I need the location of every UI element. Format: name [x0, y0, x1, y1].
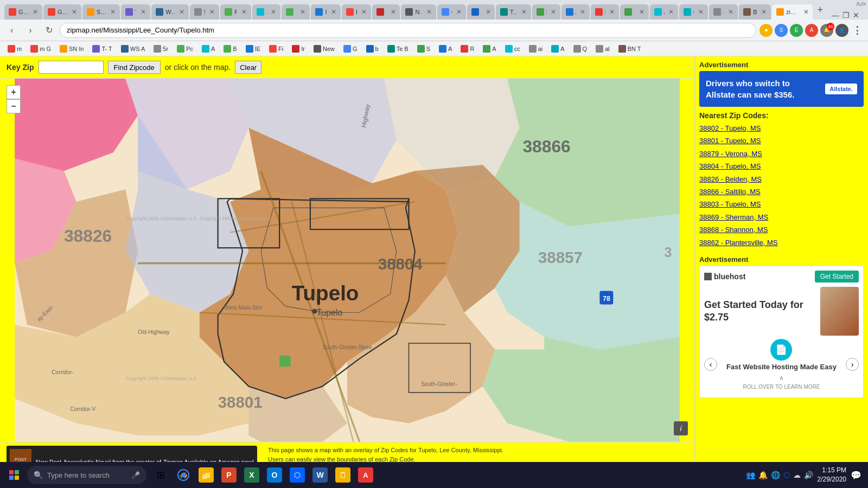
speaker-icon[interactable]: 🔊: [804, 471, 813, 479]
dropbox-tray-icon[interactable]: ⬡: [783, 471, 790, 479]
zoom-in-button[interactable]: +: [7, 85, 21, 99]
browser-tab[interactable]: Fi ✕: [342, 4, 371, 20]
bluehost-ad[interactable]: Ad▾ bluehost Get Started Get Started To: [699, 266, 864, 398]
info-button[interactable]: i: [674, 421, 688, 435]
profile-sync-icon[interactable]: S: [775, 24, 788, 37]
tab-close-button[interactable]: ✕: [271, 8, 276, 16]
taskbar-sticky-notes[interactable]: 🗒: [332, 463, 354, 487]
notification-icon[interactable]: 🔔 46: [820, 24, 833, 37]
tab-close-button[interactable]: ✕: [141, 8, 146, 16]
bookmark-item[interactable]: 5r: [150, 44, 171, 54]
action-center-icon[interactable]: 💬: [851, 470, 861, 480]
tab-close-button[interactable]: ✕: [698, 8, 704, 16]
bookmark-item[interactable]: B: [220, 44, 240, 54]
bookmark-item[interactable]: Fi: [266, 44, 286, 54]
zip-map-svg[interactable]: 38866 38826 38804 38857 38801 Tupelo Tup…: [0, 79, 694, 442]
tab-close-button[interactable]: ✕: [580, 8, 585, 16]
bookmark-item[interactable]: Te B: [384, 44, 412, 54]
notification-tray-icon[interactable]: 🔔: [758, 471, 768, 479]
browser-tab[interactable]: New ✕: [401, 4, 436, 20]
bookmark-item[interactable]: b: [363, 44, 382, 54]
browser-tab[interactable]: 5r ✕: [190, 4, 219, 20]
zip-code-link[interactable]: 38826 - Belden, MS: [699, 173, 864, 185]
tab-close-button[interactable]: ✕: [179, 8, 184, 16]
zip-code-link[interactable]: 38862 - Plantersville, MS: [699, 236, 864, 249]
browser-tab[interactable]: A ✕: [650, 4, 678, 20]
browser-tab[interactable]: G ✕: [437, 4, 466, 20]
taskbar-excel[interactable]: X: [241, 463, 263, 487]
browser-tab[interactable]: Ir ✕: [372, 4, 400, 20]
reload-button[interactable]: ↻: [41, 23, 56, 38]
zoom-out-button[interactable]: −: [7, 99, 21, 113]
people-icon[interactable]: 👥: [746, 471, 755, 479]
tab-close-button[interactable]: ✕: [300, 8, 305, 16]
tab-close-button[interactable]: ✕: [521, 8, 527, 16]
browser-tab[interactable]: Te B ✕: [496, 4, 531, 20]
cloud-icon[interactable]: ☁: [793, 471, 801, 479]
bookmark-item[interactable]: m: [4, 44, 25, 54]
taskbar-powerpoint[interactable]: P: [218, 463, 240, 487]
tab-close-button[interactable]: ✕: [426, 8, 432, 16]
browser-tab[interactable]: A ✕: [620, 4, 648, 20]
browser-tab[interactable]: T- ✕: [121, 4, 150, 20]
tab-close-button[interactable]: ✕: [668, 8, 674, 16]
bookmark-icon[interactable]: ★: [760, 24, 773, 37]
taskbar-task-view[interactable]: ⊞: [150, 463, 171, 487]
taskbar-chrome[interactable]: [173, 463, 194, 487]
bookmark-item[interactable]: SN In: [56, 44, 87, 54]
bookmark-item[interactable]: G: [340, 44, 361, 54]
bookmark-item[interactable]: Ir: [289, 44, 308, 54]
bookmark-item[interactable]: Q: [570, 44, 591, 54]
clear-button[interactable]: Clear: [235, 61, 261, 74]
zip-code-link[interactable]: 38804 - Tupelo, MS: [699, 160, 864, 172]
bookmark-item[interactable]: S: [414, 44, 433, 54]
address-bar[interactable]: [60, 23, 756, 38]
map-area[interactable]: 38866 38826 38804 38857 38801 Tupelo Tup…: [0, 79, 694, 442]
maximize-button[interactable]: ❐: [843, 11, 850, 20]
bookmark-item[interactable]: IE: [242, 44, 264, 54]
bookmark-item[interactable]: m G: [27, 44, 54, 54]
zip-code-link[interactable]: 38802 - Tupelo, MS: [699, 122, 864, 134]
user-avatar[interactable]: 👤: [835, 24, 848, 37]
zip-code-link[interactable]: 38879 - Verona, MS: [699, 147, 864, 160]
bookmark-item[interactable]: A: [436, 44, 455, 54]
tab-close-button[interactable]: ✕: [761, 8, 767, 16]
bluehost-learn-more[interactable]: ROLL OVER TO LEARN MORE: [743, 384, 820, 390]
browser-tab[interactable]: R ✕: [591, 4, 620, 20]
bookmark-item[interactable]: New: [310, 44, 338, 54]
browser-tab[interactable]: WS A ✕: [151, 4, 189, 20]
browser-tab[interactable]: Gmail ✕: [4, 4, 42, 20]
browser-tab[interactable]: SN In ✕: [82, 4, 120, 20]
tab-close-button[interactable]: ✕: [110, 8, 116, 16]
zip-code-link[interactable]: 38801 - Tupelo, MS: [699, 134, 864, 147]
tab-close-button[interactable]: ✕: [391, 8, 396, 16]
bookmark-item[interactable]: ai: [526, 44, 546, 54]
bookmark-item[interactable]: BN T: [615, 44, 644, 54]
back-button[interactable]: ‹: [4, 23, 20, 38]
menu-button[interactable]: ⋮: [851, 24, 864, 37]
clock-display[interactable]: 1:15 PM 2/29/2020: [818, 466, 846, 484]
ad-allstate-banner[interactable]: Drivers who switch to Allstate can save …: [699, 71, 864, 107]
tab-close-button[interactable]: ✕: [361, 8, 367, 16]
acrobat-icon[interactable]: A: [805, 24, 818, 37]
zip-code-link[interactable]: 38869 - Sherman, MS: [699, 211, 864, 223]
minimize-button[interactable]: —: [832, 11, 839, 20]
tab-close-button[interactable]: ✕: [803, 8, 809, 16]
browser-tab[interactable]: b ✕: [467, 4, 495, 20]
bookmark-item[interactable]: WS A: [118, 44, 149, 54]
new-tab-button[interactable]: +: [814, 4, 826, 16]
browser-tab[interactable]: A ✕: [252, 4, 280, 20]
tab-close-button[interactable]: ✕: [241, 8, 247, 16]
browser-tab[interactable]: BN ✕: [739, 4, 771, 20]
tab-close-button[interactable]: ✕: [209, 8, 215, 16]
browser-tab[interactable]: A ✕: [561, 4, 590, 20]
tab-close-button[interactable]: ✕: [486, 8, 491, 16]
tab-close-button[interactable]: ✕: [728, 8, 733, 16]
browser-tab[interactable]: zipmap ✕: [772, 4, 813, 20]
close-button[interactable]: ✕: [853, 11, 859, 20]
browser-tab[interactable]: Gmail ✕: [43, 4, 81, 20]
find-zipcode-button[interactable]: Find Zipcode: [108, 61, 161, 74]
browser-tab[interactable]: IE ✕: [311, 4, 341, 20]
browser-tab[interactable]: Q ✕: [679, 4, 708, 20]
tab-close-button[interactable]: ✕: [33, 8, 38, 16]
